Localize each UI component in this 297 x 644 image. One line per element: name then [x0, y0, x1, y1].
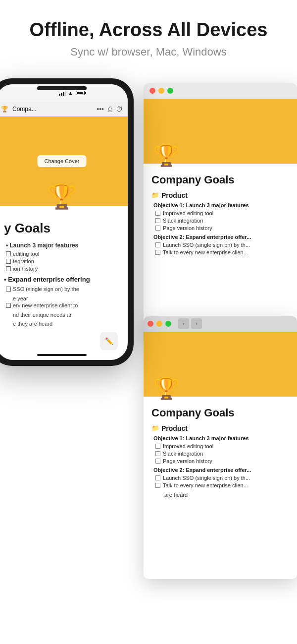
phone-browser-bar[interactable]: 🏆 Compa... ••• ⎙ ⏱ — [0, 102, 128, 117]
mac-objective2-1: Objective 2: Expand enterprise offer... — [151, 234, 289, 240]
mac-minimize-button[interactable] — [158, 88, 164, 94]
mac-minimize-button-2[interactable] — [156, 321, 162, 327]
phone-favicon: 🏆 — [1, 106, 8, 113]
mac-section-header-1: 📁 Product — [151, 191, 289, 199]
mac-titlebar-1 — [144, 83, 297, 99]
phone-item-2: tegration — [4, 258, 120, 264]
mac-check-item-1-4: Launch SSO (single sign on) by th... — [151, 242, 289, 248]
signal-bar-2 — [61, 93, 62, 96]
mac-section-title-1: Product — [161, 191, 188, 199]
phone-item-text-4b: e year — [13, 295, 28, 301]
mac-objective1-1: Objective 1: Launch 3 major features — [151, 202, 289, 208]
phone-checkbox-1[interactable] — [6, 251, 11, 256]
phone-item-4: SSO (single sign on) by the — [4, 286, 120, 292]
mac-check-text-2-4: Launch SSO (single sign on) by th... — [163, 475, 250, 481]
edit-icon: ✏️ — [105, 337, 113, 345]
phone-checkbox-4[interactable] — [6, 287, 11, 292]
history-icon[interactable]: ⏱ — [116, 105, 123, 113]
mac-maximize-button[interactable] — [167, 88, 173, 94]
phone-item-text-5b: nd their unique needs ar — [13, 312, 72, 318]
mac-checkbox-2-3[interactable] — [155, 459, 160, 464]
mac-check-item-1-2: Slack integration — [151, 218, 289, 224]
mac-check-item-2-4: Launch SSO (single sign on) by th... — [151, 475, 289, 481]
mac-check-text-1-4: Launch SSO (single sign on) by th... — [163, 242, 250, 248]
mac-check-item-1-1: Improved editing tool — [151, 210, 289, 216]
mac-checkbox-2-4[interactable] — [155, 475, 160, 480]
mac-doc-body-1: Company Goals 📁 Product Objective 1: Lau… — [144, 164, 297, 262]
wifi-icon: ▲ — [68, 90, 73, 96]
devices-container: ▲ 🏆 Compa... ••• ⎙ ⏱ — [0, 73, 297, 594]
phone-item-text-5c: e they are heard — [13, 321, 52, 327]
mac-checkbox-1-1[interactable] — [155, 211, 160, 216]
mac-check-text-2-5: Talk to every new enterprise clien... — [163, 482, 248, 488]
more-icon[interactable]: ••• — [97, 105, 104, 113]
mac-doc-title-2: Company Goals — [151, 407, 289, 419]
phone-doc-title: y Goals — [4, 221, 120, 236]
mac-content-1: 🏆 Company Goals 📁 Product Objective 1: L… — [144, 99, 297, 341]
phone-screen: ▲ 🏆 Compa... ••• ⎙ ⏱ — [0, 84, 128, 360]
mac-close-button-2[interactable] — [148, 321, 153, 327]
mac-section-icon-2: 📁 — [151, 424, 159, 432]
phone-checkbox-3[interactable] — [6, 266, 11, 271]
change-cover-button[interactable]: Change Cover — [38, 155, 87, 167]
mac-forward-arrow[interactable]: › — [191, 318, 202, 329]
phone-tab-title: Compa... — [12, 106, 93, 113]
signal-bar-1 — [59, 94, 60, 96]
mac-checkbox-2-1[interactable] — [155, 444, 160, 449]
phone-item-text-4: SSO (single sign on) by the — [13, 286, 79, 292]
mac-titlebar-2: ‹ › — [144, 316, 297, 332]
phone-checkbox-2[interactable] — [6, 259, 11, 264]
phone-browser-icons: ••• ⎙ ⏱ — [97, 105, 123, 113]
mac-back-arrow[interactable]: ‹ — [178, 318, 189, 329]
phone-item-5: ery new enterprise client to — [4, 302, 120, 308]
signal-bar-4 — [65, 91, 66, 96]
status-center: ▲ — [59, 90, 85, 96]
phone-item-5c: e they are heard — [4, 319, 120, 328]
mac-cover-2: 🏆 — [144, 332, 297, 397]
phone-item-1: editing tool — [4, 251, 120, 257]
phone-item-text-3: ion history — [13, 266, 38, 272]
mac-objective2-2: Objective 2: Expand enterprise offer... — [151, 467, 289, 473]
header-section: Offline, Across All Devices Sync w/ brow… — [0, 0, 297, 68]
phone-item-5b: nd their unique needs ar — [4, 310, 120, 319]
mac-close-button[interactable] — [149, 88, 155, 94]
mac-section-icon-1: 📁 — [151, 191, 159, 199]
mac-check-text-2-1: Improved editing tool — [163, 443, 213, 449]
phone-cover: Change Cover 🏆 — [0, 117, 128, 206]
phone-checkbox-5[interactable] — [6, 303, 11, 308]
mac-window-1: 🏆 Company Goals 📁 Product Objective 1: L… — [144, 83, 297, 341]
phone-item-text-5: ery new enterprise client to — [13, 302, 78, 308]
mac-check-text-1-2: Slack integration — [163, 218, 203, 224]
mac-check-text-1-1: Improved editing tool — [163, 210, 213, 216]
phone-doc-body: y Goals • Launch 3 major features editin… — [0, 206, 128, 333]
share-icon[interactable]: ⎙ — [108, 105, 112, 113]
mac-check-text-2-3: Page version history — [163, 458, 212, 464]
mac-section-header-2: 📁 Product — [151, 424, 289, 432]
mac-check-text-1-5: Talk to every new enterprise clien... — [163, 249, 248, 255]
mac-objective1-2: Objective 1: Launch 3 major features — [151, 435, 289, 441]
mac-checkbox-2-5[interactable] — [155, 483, 160, 488]
mac-maximize-button-2[interactable] — [165, 321, 171, 327]
phone-item-text-1: editing tool — [13, 251, 39, 257]
mac-trophy-icon-1: 🏆 — [153, 143, 179, 168]
mac-content-2: 🏆 Company Goals 📁 Product Objective 1: L… — [144, 332, 297, 579]
mac-check-item-2-2: Slack integration — [151, 451, 289, 457]
mac-checkbox-1-2[interactable] — [155, 218, 160, 223]
battery-fill — [77, 92, 82, 94]
mac-checkbox-1-4[interactable] — [155, 242, 160, 247]
mac-check-item-2-3: Page version history — [151, 458, 289, 464]
mac-check-continuation: are heard — [151, 490, 289, 499]
mac-window-2: ‹ › 🏆 Company Goals 📁 Product Objective … — [144, 316, 297, 579]
mac-checkbox-1-5[interactable] — [155, 250, 160, 255]
mac-nav-arrows: ‹ › — [178, 318, 202, 329]
mac-check-text-2-2: Slack integration — [163, 451, 203, 457]
phone-objective1: • Launch 3 major features — [4, 242, 120, 249]
phone-home-indicator — [37, 354, 87, 356]
mac-checkbox-1-3[interactable] — [155, 226, 160, 231]
mac-checkbox-2-2[interactable] — [155, 451, 160, 456]
phone-item-3: ion history — [4, 266, 120, 272]
mac-check-item-1-3: Page version history — [151, 225, 289, 231]
phone-edit-fab[interactable]: ✏️ — [100, 332, 118, 350]
mac-trophy-icon-2: 🏆 — [153, 376, 179, 401]
mac-check-text-1-3: Page version history — [163, 225, 212, 231]
